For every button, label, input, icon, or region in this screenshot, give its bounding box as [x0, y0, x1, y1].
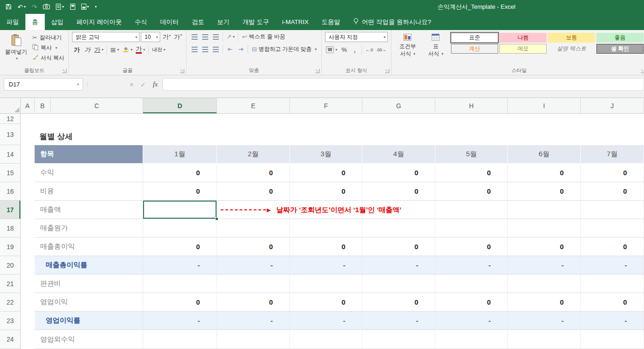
row-label-cell[interactable]: 영업이익 [35, 293, 143, 312]
row-header[interactable]: 13 [0, 124, 20, 145]
value-cell[interactable]: - [217, 256, 290, 275]
insert-function-button[interactable]: fx [153, 80, 158, 88]
qat-customize-button[interactable]: ▾ [95, 5, 97, 9]
alignment-dialog-launcher[interactable] [315, 69, 319, 73]
value-cell[interactable]: - [435, 312, 508, 330]
value-cell[interactable]: 0 [217, 238, 290, 256]
cell-style-swatch[interactable]: 계산 [451, 44, 498, 54]
ribbon-tab[interactable]: 보기 [211, 14, 236, 30]
ribbon-tab[interactable]: 페이지 레이아웃 [70, 14, 128, 30]
enter-button[interactable]: ✓ [140, 81, 146, 88]
value-cell[interactable] [435, 275, 508, 293]
row-label-cell[interactable]: 매출총이익 [35, 238, 143, 256]
formula-input[interactable] [163, 78, 644, 91]
align-left-button[interactable] [190, 44, 199, 54]
decrease-decimal-button[interactable]: .00→ [375, 45, 387, 55]
camera-button[interactable] [43, 4, 50, 10]
number-dialog-launcher[interactable] [385, 69, 389, 73]
value-cell[interactable] [217, 219, 290, 238]
value-cell[interactable]: 0 [362, 238, 435, 256]
qat-extra-button-3[interactable]: ▾ [81, 4, 89, 11]
value-cell[interactable]: 0 [581, 293, 644, 312]
value-cell[interactable]: - [143, 256, 217, 275]
value-cell[interactable]: 0 [143, 293, 217, 312]
increase-font-size-button[interactable]: 가▴ [162, 32, 172, 42]
value-cell[interactable] [508, 201, 581, 219]
value-cell[interactable]: - [290, 256, 362, 275]
value-cell[interactable]: 0 [217, 293, 290, 312]
align-middle-button[interactable] [200, 32, 210, 42]
row-header[interactable]: 15 [0, 164, 20, 182]
value-cell[interactable]: - [362, 312, 435, 330]
italic-button[interactable]: 가 [83, 45, 92, 55]
align-top-button[interactable] [190, 32, 199, 42]
font-dialog-launcher[interactable] [180, 69, 184, 73]
value-cell[interactable]: 0 [581, 182, 644, 201]
ribbon-tab[interactable]: 홈 [25, 14, 45, 30]
ribbon-tab[interactable]: 도움말 [315, 14, 347, 30]
column-header[interactable]: B [35, 98, 51, 113]
column-header[interactable]: E [217, 98, 290, 113]
value-cell[interactable]: 0 [435, 293, 508, 312]
column-header[interactable]: F [290, 98, 362, 113]
value-cell[interactable] [290, 275, 362, 293]
font-name-select[interactable]: 맑은 고딕▾ [72, 32, 139, 42]
align-bottom-button[interactable] [211, 32, 220, 42]
value-cell[interactable]: 0 [290, 238, 362, 256]
fill-handle[interactable] [215, 217, 218, 220]
ribbon-tab[interactable]: 수식 [128, 14, 154, 30]
value-cell[interactable] [581, 275, 644, 293]
value-cell[interactable] [508, 275, 581, 293]
align-center-button[interactable] [200, 44, 210, 54]
table-header-month-cell[interactable]: 3월 [290, 145, 362, 164]
value-cell[interactable] [362, 330, 435, 349]
value-cell[interactable] [581, 219, 644, 238]
phonetic-guide-button[interactable]: 내천▾ [151, 45, 166, 55]
decrease-font-size-button[interactable]: 가▾ [173, 32, 183, 42]
value-cell[interactable] [362, 219, 435, 238]
table-header-month-cell[interactable]: 7월 [581, 145, 644, 164]
table-header-month-cell[interactable]: 4월 [362, 145, 435, 164]
value-cell[interactable]: 0 [143, 164, 217, 182]
column-header[interactable]: H [435, 98, 508, 113]
value-cell[interactable] [217, 330, 290, 349]
row-header[interactable]: 22 [0, 293, 20, 312]
value-cell[interactable]: 0 [290, 293, 362, 312]
ribbon-tab[interactable]: 데이터 [154, 14, 186, 30]
row-header[interactable]: 18 [0, 219, 20, 238]
tell-me-box[interactable]: 어떤 작업을 원하시나요? [347, 14, 438, 30]
ribbon-tab[interactable]: 개발 도구 [236, 14, 276, 30]
value-cell[interactable] [362, 275, 435, 293]
value-cell[interactable]: 0 [143, 182, 217, 201]
cell-style-swatch[interactable]: 메모 [500, 44, 547, 54]
value-cell[interactable]: 0 [508, 293, 581, 312]
value-cell[interactable]: 0 [290, 164, 362, 182]
align-right-button[interactable] [211, 44, 220, 54]
qat-extra-button-2[interactable] [70, 4, 75, 11]
ribbon-tab[interactable]: 삽입 [45, 14, 70, 30]
ribbon-tab[interactable]: 검토 [185, 14, 211, 30]
value-cell[interactable]: - [581, 256, 644, 275]
value-cell[interactable]: - [581, 312, 644, 330]
value-cell[interactable]: 0 [435, 238, 508, 256]
value-cell[interactable] [581, 201, 644, 219]
cell-style-swatch[interactable]: 좋음 [596, 33, 644, 43]
increase-indent-button[interactable]: ⇥ [236, 44, 245, 54]
column-header[interactable]: I [508, 98, 581, 113]
font-color-button[interactable]: 가▾ [135, 45, 146, 55]
value-cell[interactable] [217, 275, 290, 293]
value-cell[interactable]: 0 [581, 238, 644, 256]
font-size-select[interactable]: 10▾ [141, 32, 160, 42]
clipboard-dialog-launcher[interactable] [62, 69, 66, 73]
value-cell[interactable] [508, 330, 581, 349]
orientation-button[interactable]: ↗▾ [225, 32, 235, 42]
row-label-cell[interactable]: 비용 [35, 182, 143, 201]
row-label-cell[interactable]: 판관비 [35, 275, 143, 293]
value-cell[interactable]: 0 [508, 238, 581, 256]
value-cell[interactable]: - [508, 312, 581, 330]
column-header[interactable]: G [362, 98, 435, 113]
value-cell[interactable]: 0 [508, 182, 581, 201]
value-cell[interactable]: 0 [581, 164, 644, 182]
cell-style-swatch[interactable]: 나쁨 [500, 33, 547, 43]
value-cell[interactable]: 0 [143, 238, 217, 256]
